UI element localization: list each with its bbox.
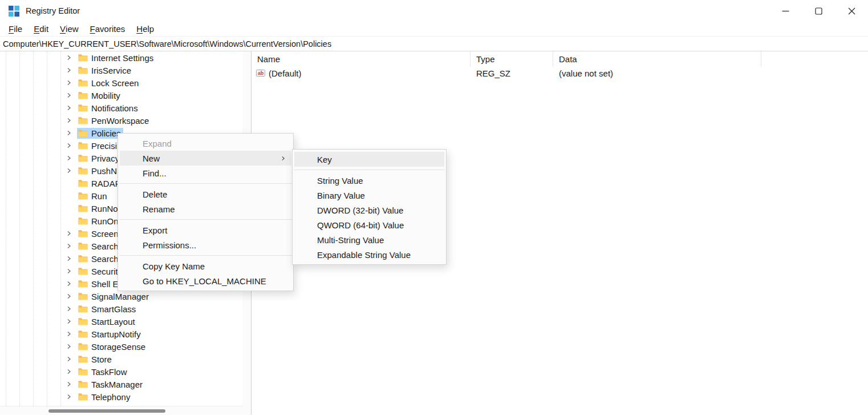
menu-edit[interactable]: Edit <box>28 22 54 36</box>
tree-item-smartglass[interactable]: SmartGlass <box>0 303 242 315</box>
registry-editor-window: Registry Editor FileEditViewFavoritesHel… <box>0 0 868 415</box>
tree-item-mobility[interactable]: Mobility <box>0 89 242 102</box>
tree-item-store[interactable]: Store <box>0 353 242 365</box>
context-menu-item-go-to-hkey-local-machine[interactable]: Go to HKEY_LOCAL_MACHINE <box>120 273 291 288</box>
value-rows: ab(Default)REG_SZ(value not set) <box>252 67 868 79</box>
chevron-right-icon[interactable] <box>66 369 72 374</box>
tree-item-signalmanager[interactable]: SignalManager <box>0 290 242 303</box>
chevron-right-icon[interactable] <box>66 356 72 362</box>
folder-icon <box>78 355 88 363</box>
new-submenu-item-qword-64-bit-value[interactable]: QWORD (64-bit) Value <box>294 217 444 232</box>
tree-item-notifications[interactable]: Notifications <box>0 102 242 114</box>
chevron-right-icon[interactable] <box>66 319 72 324</box>
new-submenu-item-string-value[interactable]: String Value <box>294 173 444 188</box>
new-submenu-item-key[interactable]: Key <box>294 152 444 167</box>
horizontal-scrollbar-thumb[interactable] <box>48 409 165 413</box>
chevron-right-icon[interactable] <box>66 293 72 299</box>
close-button[interactable] <box>835 0 868 22</box>
tree-item-startupnotify[interactable]: StartupNotify <box>0 328 242 340</box>
folder-icon <box>78 380 88 388</box>
chevron-right-icon[interactable] <box>66 67 72 73</box>
tree-item-penworkspace[interactable]: PenWorkspace <box>0 114 242 127</box>
chevron-right-icon[interactable] <box>66 306 72 312</box>
menu-item-label: DWORD (32-bit) Value <box>317 206 403 215</box>
chevron-right-icon[interactable] <box>66 281 72 287</box>
tree-item-taskflow[interactable]: TaskFlow <box>0 365 242 378</box>
menu-favorites[interactable]: Favorites <box>84 22 131 36</box>
menu-item-label: String Value <box>317 176 363 186</box>
context-menu-item-copy-key-name[interactable]: Copy Key Name <box>120 259 291 273</box>
address-bar[interactable]: Computer\HKEY_CURRENT_USER\Software\Micr… <box>0 37 868 51</box>
folder-icon <box>78 104 88 112</box>
chevron-right-icon[interactable] <box>66 256 72 261</box>
tree-item-telephony[interactable]: Telephony <box>0 390 242 403</box>
chevron-right-icon[interactable] <box>66 231 72 236</box>
tree-item-startlayout[interactable]: StartLayout <box>0 315 242 328</box>
tree-item-lock-screen[interactable]: Lock Screen <box>0 76 242 89</box>
menu-view[interactable]: View <box>54 22 84 36</box>
chevron-right-icon[interactable] <box>66 168 72 174</box>
chevron-right-icon[interactable] <box>66 394 72 400</box>
folder-icon <box>78 192 88 200</box>
tree-item-label: PenWorkspace <box>91 116 149 126</box>
column-header-type[interactable]: Type <box>470 51 553 67</box>
menu-item-label: Export <box>143 225 167 235</box>
chevron-right-icon[interactable] <box>66 143 72 148</box>
context-menu-item-rename[interactable]: Rename <box>120 202 291 216</box>
tree-item-label: Precisi <box>91 141 117 151</box>
new-submenu-item-binary-value[interactable]: Binary Value <box>294 188 444 203</box>
chevron-right-icon[interactable] <box>66 118 72 123</box>
tree-item-storagesense[interactable]: StorageSense <box>0 340 242 353</box>
menu-item-label: Binary Value <box>317 191 365 200</box>
context-menu-item-export[interactable]: Export <box>120 223 291 237</box>
folder-icon <box>78 142 88 150</box>
tree-item-label: Run <box>91 191 107 201</box>
minimize-button[interactable] <box>769 0 802 22</box>
column-header-data[interactable]: Data <box>553 51 761 67</box>
close-icon <box>848 7 855 15</box>
menu-item-label: Expandable String Value <box>317 250 411 260</box>
menu-item-label: Copy Key Name <box>143 261 205 271</box>
tree-item-label: Mobility <box>91 91 120 100</box>
menu-item-label: QWORD (64-bit) Value <box>317 220 404 230</box>
context-menu-item-delete[interactable]: Delete <box>120 187 291 202</box>
menu-item-label: Multi-String Value <box>317 235 384 245</box>
new-submenu-item-expandable-string-value[interactable]: Expandable String Value <box>294 247 444 262</box>
horizontal-scrollbar[interactable] <box>0 406 242 415</box>
tree-item-internet-settings[interactable]: Internet Settings <box>0 51 242 64</box>
new-submenu-item-dword-32-bit-value[interactable]: DWORD (32-bit) Value <box>294 203 444 217</box>
chevron-right-icon[interactable] <box>66 381 72 387</box>
chevron-right-icon[interactable] <box>66 268 72 274</box>
folder-icon <box>78 91 88 99</box>
context-menu-item-new[interactable]: New <box>120 151 291 166</box>
tree-item-label: Securit <box>91 267 118 276</box>
new-submenu-item-multi-string-value[interactable]: Multi-String Value <box>294 232 444 247</box>
chevron-right-icon[interactable] <box>66 243 72 249</box>
menu-help[interactable]: Help <box>131 22 160 36</box>
tree-item-irisservice[interactable]: IrisService <box>0 64 242 76</box>
list-header: NameTypeData <box>252 51 868 67</box>
folder-icon <box>78 154 88 162</box>
menu-item-label: Find... <box>143 168 167 178</box>
chevron-right-icon[interactable] <box>66 130 72 136</box>
tree-item-label: SmartGlass <box>91 304 136 314</box>
column-header-name[interactable]: Name <box>252 51 470 67</box>
registry-editor-app-icon[interactable] <box>9 6 19 17</box>
tree-item-taskmanager[interactable]: TaskManager <box>0 378 242 390</box>
chevron-right-icon[interactable] <box>66 331 72 337</box>
value-row-default[interactable]: ab(Default)REG_SZ(value not set) <box>252 67 868 79</box>
chevron-right-icon[interactable] <box>66 105 72 111</box>
chevron-right-icon[interactable] <box>66 92 72 98</box>
chevron-right-icon[interactable] <box>66 55 72 61</box>
folder-icon <box>78 317 88 325</box>
context-menu-item-permissions[interactable]: Permissions... <box>120 237 291 252</box>
chevron-right-icon[interactable] <box>66 344 72 349</box>
context-menu: ExpandNewFind...DeleteRenameExportPermis… <box>117 133 294 291</box>
value-name-cell: ab(Default) <box>252 69 470 78</box>
menu-file[interactable]: File <box>3 22 28 36</box>
chevron-right-icon[interactable] <box>66 80 72 86</box>
tree-item-label: Search <box>91 254 119 264</box>
chevron-right-icon[interactable] <box>66 155 72 161</box>
maximize-button[interactable] <box>802 0 835 22</box>
context-menu-item-find[interactable]: Find... <box>120 166 291 180</box>
